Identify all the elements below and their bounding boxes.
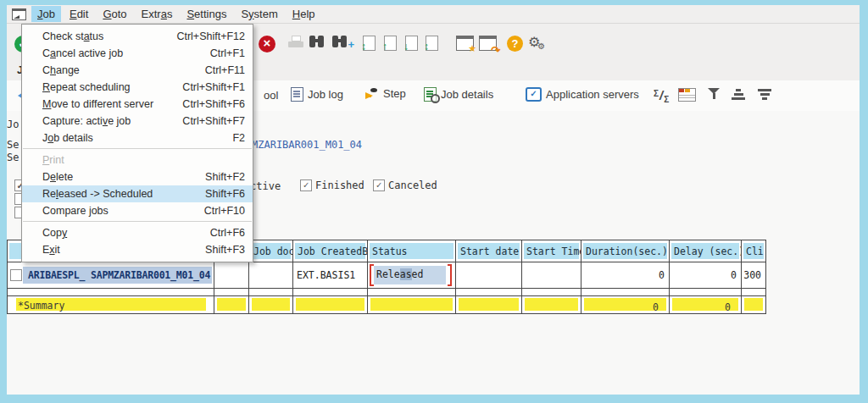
find-next-icon[interactable]: + <box>332 36 348 48</box>
menu-item-check-status[interactable]: Check statusCtrl+Shift+F12 <box>22 28 253 45</box>
job-log-icon <box>291 87 303 102</box>
menu-item-move-to-different-server[interactable]: Move to different serverCtrl+Shift+F6 <box>22 96 253 113</box>
summary-delay-value: 0 <box>725 301 731 313</box>
step-button[interactable]: Step <box>365 87 406 100</box>
application-servers-icon: ✓ <box>526 87 542 102</box>
create-shortcut-icon[interactable]: ★ <box>456 36 474 51</box>
menu-item-shortcut: Shift+F3 <box>205 244 245 256</box>
menu-item-change[interactable]: ChangeCtrl+F11 <box>22 62 253 79</box>
column-header-start-date[interactable]: Start date <box>456 240 522 262</box>
menu-item-shortcut: Shift+F6 <box>205 188 245 200</box>
menu-item-job-details[interactable]: Job detailsF2 <box>22 130 253 146</box>
menubar-item-edit[interactable]: Edit <box>64 6 94 22</box>
canceled-checkbox[interactable]: ✓ <box>373 179 385 191</box>
row-select-checkbox[interactable] <box>10 269 22 281</box>
column-header-job-createdb[interactable]: Job CreatedB <box>293 240 368 262</box>
summary-cell-5 <box>456 296 522 313</box>
sort-ascending-icon[interactable] <box>732 89 745 102</box>
summary-cell-7: 0 <box>581 296 670 313</box>
job-doc-cell[interactable] <box>249 262 293 288</box>
menu-item-print[interactable]: Print <box>22 152 253 168</box>
delay-cell[interactable]: 0 <box>670 262 742 288</box>
previous-page-icon[interactable]: ↑ <box>384 36 397 51</box>
spacer-cell <box>742 289 765 295</box>
job-details-button[interactable]: Job details <box>424 87 493 102</box>
step-label: Step <box>383 87 406 100</box>
menubar-item-help[interactable]: Help <box>287 6 321 22</box>
job-created-by-cell[interactable]: EXT.BASIS1 <box>293 262 368 288</box>
menu-item-label: Cancel active job <box>42 47 123 59</box>
menubar-item-extras[interactable]: Extras <box>136 6 179 22</box>
menu-item-released-scheduled[interactable]: Released -> ScheduledShift+F6 <box>22 185 253 202</box>
window-frame <box>0 0 7 403</box>
spacer-cell <box>522 289 581 295</box>
summary-cell-4 <box>368 296 456 313</box>
find-icon[interactable] <box>309 36 325 48</box>
menu-item-shortcut: Ctrl+F10 <box>204 205 245 217</box>
menubar-item-settings[interactable]: Settings <box>181 6 232 22</box>
job-log-button[interactable]: Job log <box>291 87 343 102</box>
summary-highlight <box>744 298 763 311</box>
menu-item-cancel-active-job[interactable]: Cancel active jobCtrl+F1 <box>22 45 253 62</box>
start-time-cell[interactable] <box>522 262 581 288</box>
gui-actions-icon[interactable]: ↷ <box>479 36 497 51</box>
last-page-icon[interactable]: ↕ <box>426 36 438 51</box>
column-header-delay-sec[interactable]: Delay (sec.) <box>670 240 742 262</box>
menu-item-exit[interactable]: ExitShift+F3 <box>22 241 253 258</box>
menu-item-compare-jobs[interactable]: Compare jobsCtrl+F10 <box>22 202 253 219</box>
selected-job-name-value: MZARIBAR001_M01_04 <box>252 139 362 151</box>
first-page-icon[interactable]: ↕ <box>363 36 376 51</box>
summary-highlight <box>296 298 364 311</box>
summary-highlight: 0 <box>584 298 666 311</box>
client-cell[interactable]: 300 <box>742 262 765 288</box>
sort-descending-icon[interactable] <box>758 89 771 102</box>
help-icon[interactable]: ? <box>507 36 523 52</box>
column-header-start-time[interactable]: Start Time <box>522 240 581 262</box>
job-log-label: Job log <box>308 88 343 101</box>
layout-grid-icon[interactable] <box>678 88 696 102</box>
selected-job-names-label: Se <box>7 139 19 151</box>
filter-icon[interactable] <box>708 88 721 100</box>
column-header-duration-sec[interactable]: Duration(sec.) <box>581 240 670 262</box>
menu-item-label: Print <box>42 154 64 166</box>
next-page-icon[interactable]: ↓ <box>405 36 418 51</box>
menu-item-repeat-scheduling[interactable]: Repeat schedulingCtrl+Shift+F1 <box>22 79 253 96</box>
spacer-cell <box>214 289 249 295</box>
cancel-icon[interactable]: × <box>259 36 275 52</box>
finished-label: Finished <box>315 179 364 191</box>
status-cell[interactable]: Released <box>368 262 456 288</box>
spool-button-label[interactable]: ool <box>264 89 278 102</box>
duration-cell[interactable]: 0 <box>581 262 670 288</box>
window-menu-icon[interactable] <box>12 8 26 20</box>
window-frame <box>860 0 868 403</box>
window-frame <box>0 0 868 5</box>
application-servers-button[interactable]: ✓ Application servers <box>526 87 639 102</box>
job-row-cell-1[interactable] <box>214 262 249 288</box>
start-date-cell[interactable] <box>456 262 522 288</box>
finished-filter[interactable]: ✓ Finished <box>300 179 364 191</box>
menu-item-shortcut: F2 <box>232 132 245 144</box>
print-icon[interactable] <box>288 36 303 47</box>
summary-cell-8: 0 <box>670 296 742 313</box>
job-name-cell[interactable]: ARIBAESPL_ SAPMZARIBAR001_M01_04 <box>8 262 214 288</box>
menu-item-label: Released -> Scheduled <box>42 188 153 200</box>
canceled-filter[interactable]: ✓ Canceled <box>373 179 437 191</box>
menubar-item-goto[interactable]: Goto <box>97 6 132 22</box>
menu-item-capture-active-job[interactable]: Capture: active jobCtrl+Shift+F7 <box>22 113 253 130</box>
menu-item-shortcut: Ctrl+Shift+F7 <box>182 115 245 127</box>
summary-cell-1 <box>214 296 249 313</box>
subtotals-icon[interactable]: Σ/Σ <box>654 88 669 104</box>
selected-user-names-label: Se <box>7 152 19 163</box>
column-header-job-doc[interactable]: Job doc <box>249 240 293 262</box>
finished-checkbox[interactable]: ✓ <box>300 179 312 191</box>
column-header-cli[interactable]: Cli <box>742 240 765 262</box>
menubar-item-job[interactable]: Job <box>31 6 61 22</box>
menu-item-copy[interactable]: CopyCtrl+F6 <box>22 224 253 241</box>
customize-icon[interactable]: ⚙⚙ <box>528 36 548 49</box>
column-header-status[interactable]: Status <box>368 240 456 262</box>
job-name-text: ARIBAESPL_ SAPMZARIBAR001_M01_04 <box>23 267 212 284</box>
menubar-item-system[interactable]: System <box>235 6 283 22</box>
job-created-by-text: EXT.BASIS1 <box>297 269 355 281</box>
menu-item-delete[interactable]: DeleteShift+F2 <box>22 168 253 185</box>
summary-cell-9 <box>742 296 765 313</box>
